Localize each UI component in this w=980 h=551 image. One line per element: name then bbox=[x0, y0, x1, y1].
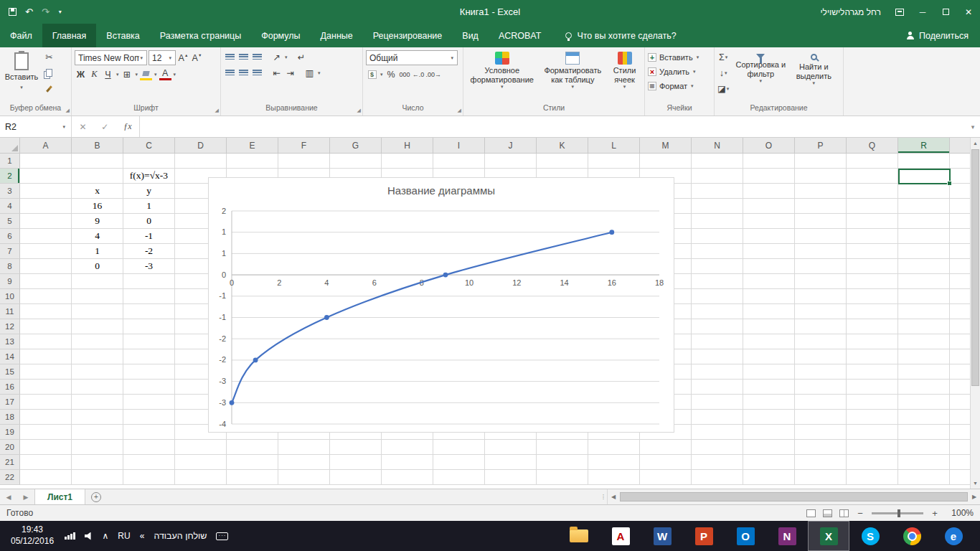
row-header-22[interactable]: 22 bbox=[0, 470, 20, 485]
cell-a19[interactable] bbox=[20, 425, 72, 440]
column-header-j[interactable]: J bbox=[485, 138, 537, 154]
taskbar-app-powerpoint[interactable]: P bbox=[683, 521, 725, 551]
tell-me-box[interactable]: Что вы хотите сделать? bbox=[565, 24, 676, 47]
cell-q5[interactable] bbox=[847, 214, 898, 229]
cell-m22[interactable] bbox=[640, 470, 692, 485]
column-header-r[interactable]: R bbox=[898, 138, 950, 154]
cell-q1[interactable] bbox=[847, 154, 898, 169]
cell-b16[interactable] bbox=[72, 380, 123, 395]
cell-r12[interactable] bbox=[898, 319, 950, 334]
row-header-20[interactable]: 20 bbox=[0, 440, 20, 455]
cell-q2[interactable] bbox=[847, 169, 898, 184]
cell-o15[interactable] bbox=[743, 364, 795, 380]
cell-r16[interactable] bbox=[898, 380, 950, 395]
row-header-19[interactable]: 19 bbox=[0, 425, 20, 440]
show-hidden-icons-icon[interactable]: ∧ bbox=[103, 531, 109, 541]
cell-p16[interactable] bbox=[795, 380, 847, 395]
insert-cells-button[interactable]: +Вставить▾ bbox=[648, 50, 711, 64]
zoom-out-icon[interactable]: − bbox=[856, 508, 864, 519]
cell-r19[interactable] bbox=[898, 425, 950, 440]
alignment-dialog-launcher-icon[interactable]: ◢ bbox=[357, 108, 361, 113]
row-header-6[interactable]: 6 bbox=[0, 229, 20, 244]
cell-r9[interactable] bbox=[898, 274, 950, 289]
maximize-button[interactable] bbox=[934, 0, 957, 24]
cell-q19[interactable] bbox=[847, 425, 898, 440]
column-header-p[interactable]: P bbox=[795, 138, 847, 154]
cell-o11[interactable] bbox=[743, 304, 795, 319]
sheet-prev-icon[interactable]: ◀ bbox=[0, 489, 17, 504]
font-color-icon[interactable]: А bbox=[159, 68, 171, 80]
formula-input[interactable] bbox=[140, 116, 966, 137]
delete-cells-button[interactable]: ×Удалить▾ bbox=[648, 65, 711, 78]
cell-a22[interactable] bbox=[20, 470, 72, 485]
cell-l1[interactable] bbox=[588, 154, 640, 169]
cell-b10[interactable] bbox=[72, 289, 123, 304]
cell-e20[interactable] bbox=[227, 440, 278, 455]
cell-q3[interactable] bbox=[847, 184, 898, 199]
name-box[interactable]: R2▾ bbox=[0, 116, 72, 137]
select-all-button[interactable] bbox=[0, 138, 20, 154]
toolbar-chevron-icon[interactable]: « bbox=[140, 531, 145, 541]
zoom-slider[interactable] bbox=[872, 512, 923, 514]
increase-indent-icon[interactable]: ⇥ bbox=[284, 66, 296, 80]
cell-n20[interactable] bbox=[692, 440, 743, 455]
cell-q22[interactable] bbox=[847, 470, 898, 485]
cell-n13[interactable] bbox=[692, 334, 743, 349]
cell-b3[interactable]: x bbox=[72, 184, 123, 199]
expand-formula-bar-icon[interactable]: ▾ bbox=[966, 116, 980, 137]
cell-a12[interactable] bbox=[20, 319, 72, 334]
merge-center-dropdown-icon[interactable]: ▾ bbox=[318, 70, 321, 76]
cell-o3[interactable] bbox=[743, 184, 795, 199]
cell-o12[interactable] bbox=[743, 319, 795, 334]
save-icon[interactable] bbox=[9, 8, 17, 16]
cell-q10[interactable] bbox=[847, 289, 898, 304]
cell-r17[interactable] bbox=[898, 395, 950, 410]
cell-n21[interactable] bbox=[692, 455, 743, 470]
cell-n6[interactable] bbox=[692, 229, 743, 244]
cell-n12[interactable] bbox=[692, 319, 743, 334]
format-cells-button[interactable]: ▦Формат▾ bbox=[648, 79, 711, 93]
cell-r22[interactable] bbox=[898, 470, 950, 485]
taskbar-app-edge[interactable]: e bbox=[933, 521, 974, 551]
taskbar-app-onenote[interactable]: N bbox=[766, 521, 808, 551]
cell-p22[interactable] bbox=[795, 470, 847, 485]
cell-n2[interactable] bbox=[692, 169, 743, 184]
font-dialog-launcher-icon[interactable]: ◢ bbox=[215, 108, 219, 113]
cell-p17[interactable] bbox=[795, 395, 847, 410]
minimize-button[interactable]: ─ bbox=[911, 0, 934, 24]
close-button[interactable]: ✕ bbox=[957, 0, 980, 24]
cell-a3[interactable] bbox=[20, 184, 72, 199]
column-header-b[interactable]: B bbox=[72, 138, 123, 154]
page-break-view-icon[interactable] bbox=[839, 509, 849, 517]
taskbar-app-skype[interactable]: S bbox=[849, 521, 891, 551]
language-indicator[interactable]: RU bbox=[118, 531, 130, 541]
comma-style-icon[interactable]: 000 bbox=[399, 67, 411, 81]
scroll-up-icon[interactable]: ▲ bbox=[971, 138, 980, 149]
tab-scrollbar-splitter[interactable]: ⁞ bbox=[600, 489, 607, 504]
chart[interactable]: Название диаграммы 2110-1-1-2-2-3-3-4024… bbox=[208, 177, 674, 433]
row-header-14[interactable]: 14 bbox=[0, 349, 20, 364]
cell-a15[interactable] bbox=[20, 364, 72, 380]
cell-p5[interactable] bbox=[795, 214, 847, 229]
taskbar-clock[interactable]: 19:43 05/12/2016 bbox=[0, 524, 65, 547]
align-right-icon[interactable] bbox=[251, 66, 263, 80]
cell-p18[interactable] bbox=[795, 410, 847, 425]
cell-r10[interactable] bbox=[898, 289, 950, 304]
clipboard-dialog-launcher-icon[interactable]: ◢ bbox=[66, 108, 70, 113]
decrease-indent-icon[interactable]: ⇤ bbox=[270, 66, 283, 80]
cell-c11[interactable] bbox=[123, 304, 175, 319]
align-top-icon[interactable] bbox=[224, 50, 236, 64]
cell-g20[interactable] bbox=[330, 440, 382, 455]
cell-c17[interactable] bbox=[123, 395, 175, 410]
cell-n11[interactable] bbox=[692, 304, 743, 319]
cell-o20[interactable] bbox=[743, 440, 795, 455]
column-header-n[interactable]: N bbox=[692, 138, 743, 154]
cell-r7[interactable] bbox=[898, 244, 950, 259]
zoom-slider-thumb[interactable] bbox=[897, 509, 900, 517]
font-color-dropdown-icon[interactable]: ▾ bbox=[174, 72, 176, 77]
increase-decimal-icon[interactable]: ←.0 bbox=[413, 67, 425, 81]
column-header-q[interactable]: Q bbox=[847, 138, 898, 154]
cell-a2[interactable] bbox=[20, 169, 72, 184]
cell-g22[interactable] bbox=[330, 470, 382, 485]
desktop-toolbar-label[interactable]: שולחן העבודה bbox=[154, 531, 207, 541]
